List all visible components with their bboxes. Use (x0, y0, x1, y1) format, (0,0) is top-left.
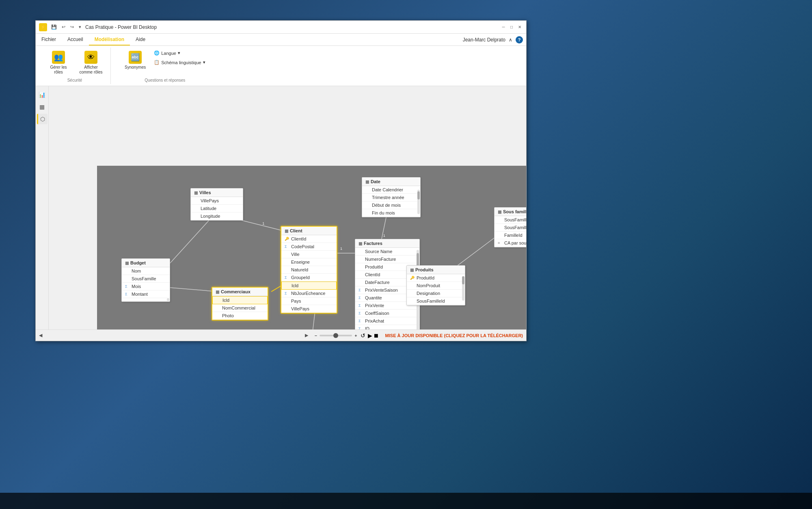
app-window: ⚡ 💾 ↩ ↪ ▾ Cas Pratique - Power BI Deskto… (35, 20, 527, 341)
field-fin: Fin du mois (362, 209, 420, 217)
scroll-right-btn[interactable]: ▶ (305, 333, 308, 338)
field-produitid-p: 🔑ProduitId (407, 274, 465, 282)
table-client[interactable]: ▦ Client 🔑ClientId ΣCodePostal Ville Ens… (281, 226, 337, 314)
tab-accueil[interactable]: Accueil (62, 34, 89, 45)
security-label: Sécurité (67, 78, 82, 82)
produits-header: ▦ Produits (407, 266, 465, 274)
sigma-icon: Σ (125, 284, 130, 288)
table-sous-famille[interactable]: ▦ Sous famille SousFamilleId SousFamille… (494, 207, 526, 247)
date-scrollbar-thumb[interactable] (417, 191, 420, 199)
field-longitude: Longitude (191, 212, 243, 220)
stop-icon[interactable]: ⏹ (373, 332, 379, 339)
field-id: ΣID (355, 325, 419, 329)
produits-scrollbar[interactable] (462, 276, 464, 301)
view-roles-button[interactable]: 👁 Afficher comme rôles (76, 49, 106, 76)
schema-dropdown[interactable]: 📋 Schéma linguistique ▾ (151, 58, 207, 66)
tab-modelisation[interactable]: Modélisation (89, 34, 130, 45)
field-nom: Nom (122, 267, 170, 275)
table-icon: ▦ (216, 290, 219, 294)
view-roles-icon: 👁 (84, 51, 97, 64)
statusbar: ◀ ▶ − + ↺ ▶ ⏹ MISE À JOUR DISPONIBLE (CL… (36, 329, 526, 341)
table-icon: ▦ (498, 210, 501, 214)
field-sousfamilleid-sf: SousFamilleId (495, 216, 526, 224)
manage-roles-label: Gérer les rôles (46, 65, 71, 75)
date-scrollbar[interactable] (417, 190, 420, 214)
table-icon: ▦ (194, 191, 198, 195)
reset-icon[interactable]: ↺ (361, 332, 365, 339)
field-prixachat: ΣPrixAchat (355, 317, 419, 325)
svg-text:1: 1 (340, 247, 342, 251)
villes-header: ▦ Villes (191, 188, 243, 197)
maximize-button[interactable]: □ (508, 24, 515, 30)
field-debut: Début de mois (362, 201, 420, 209)
sidebar-icon-model[interactable]: ⬡ (37, 114, 48, 124)
dropdown-arrow[interactable]: ▾ (77, 24, 83, 30)
ribbon: Fichier Accueil Modélisation Aide Jean-M… (36, 34, 526, 86)
field-clientid: 🔑ClientId (281, 235, 337, 243)
undo-button[interactable]: ↩ (60, 24, 67, 30)
synonymes-button[interactable]: 🔤 Synonymes (122, 49, 148, 71)
view-roles-label: Afficher comme rôles (79, 65, 103, 75)
synonymes-icon: 🔤 (129, 51, 142, 64)
app-body: 📊 ▦ ⬡ (36, 86, 526, 329)
client-header: ▦ Client (281, 227, 337, 235)
date-title: Date (371, 179, 380, 184)
tab-aide[interactable]: Aide (130, 34, 151, 45)
sigma-icon: Σ (358, 296, 363, 300)
tab-fichier[interactable]: Fichier (36, 34, 62, 45)
factures-title: Factures (364, 241, 382, 246)
svg-line-9 (170, 219, 211, 263)
zoom-minus[interactable]: − (315, 333, 317, 338)
field-icon: ≡ (498, 241, 503, 245)
help-icon[interactable]: ? (516, 36, 523, 43)
field-numerofacture: NumeroFacture (355, 256, 419, 263)
commerciaux-title: Commerciaux (221, 289, 251, 294)
schema-arrow: ▾ (203, 60, 205, 65)
scroll-left-btn[interactable]: ◀ (39, 333, 42, 338)
table-produits[interactable]: ▦ Produits 🔑ProduitId NomProduit Designa… (406, 265, 465, 305)
table-date[interactable]: ▦ Date Date Calendrier Trimestre année D… (362, 177, 421, 217)
field-sousfamille-sf: SousFamille (495, 224, 526, 232)
sidebar-icon-report[interactable]: 📊 (37, 89, 48, 100)
zoom-plus[interactable]: + (354, 333, 357, 338)
save-button[interactable]: 💾 (50, 24, 58, 30)
svg-text:1: 1 (262, 221, 264, 225)
zoom-thumb[interactable] (333, 333, 338, 338)
quick-access: 💾 ↩ ↪ ▾ (50, 24, 83, 30)
qa-buttons: 🔤 Synonymes 🌐 Langue ▾ 📋 Schéma linguist… (122, 49, 208, 71)
field-icld-comm: Icld (212, 296, 268, 304)
taskbar (0, 493, 812, 509)
sigma-icon: Σ (358, 311, 363, 315)
langue-label: Langue (161, 51, 176, 56)
langue-dropdown[interactable]: 🌐 Langue ▾ (151, 49, 207, 57)
field-nomcommercial: NomCommercial (212, 304, 268, 312)
play-icon[interactable]: ▶ (368, 332, 372, 339)
budget-scrollbar[interactable] (167, 298, 169, 301)
field-photo: Photo (212, 312, 268, 320)
field-enseigne: Enseigne (281, 258, 337, 266)
close-button[interactable]: ✕ (516, 24, 523, 30)
commerciaux-header: ▦ Commerciaux (212, 288, 268, 296)
field-ca-sf: ≡CA par sous famille (495, 239, 526, 247)
langue-arrow: ▾ (178, 50, 180, 56)
manage-roles-button[interactable]: 👥 Gérer les rôles (44, 49, 73, 76)
schema-label: Schéma linguistique (161, 60, 201, 65)
zoom-slider[interactable] (320, 335, 352, 336)
sidebar-icon-data[interactable]: ▦ (37, 102, 48, 112)
user-area: Jean-Marc Delprato ∧ ? (463, 34, 526, 45)
table-commerciaux[interactable]: ▦ Commerciaux Icld NomCommercial Photo (212, 287, 268, 321)
minimize-button[interactable]: ─ (500, 24, 507, 30)
diagram-canvas[interactable]: 1 1 1 1 1 1 ∞ ∞ ∞ ▦ Villes VillePays Lat… (97, 166, 526, 329)
window-title: Cas Pratique - Power BI Desktop (85, 24, 157, 30)
produits-scrollbar-thumb[interactable] (462, 276, 464, 284)
sous-famille-header: ▦ Sous famille (495, 208, 526, 216)
field-latitude: Latitude (191, 205, 243, 212)
redo-button[interactable]: ↪ (69, 24, 76, 30)
langue-icon: 🌐 (154, 50, 160, 56)
status-update-message[interactable]: MISE À JOUR DISPONIBLE (CLIQUEZ POUR LA … (385, 333, 523, 338)
zoom-control: − + (315, 333, 357, 338)
user-chevron[interactable]: ∧ (509, 37, 512, 43)
svg-text:1: 1 (383, 234, 385, 238)
table-budget[interactable]: ▦ Budget Nom SousFamille ΣMois ΣMontant (121, 258, 170, 302)
table-villes[interactable]: ▦ Villes VillePays Latitude Longitude (190, 188, 243, 221)
